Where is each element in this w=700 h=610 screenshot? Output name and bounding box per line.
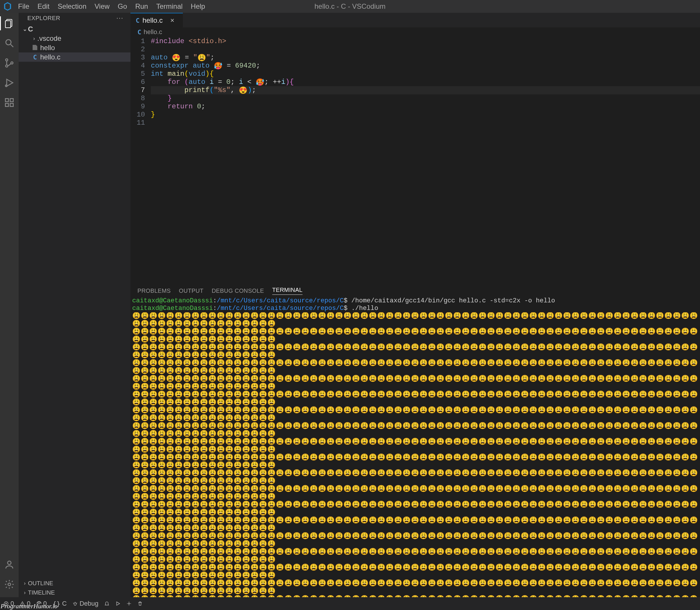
menu-terminal[interactable]: Terminal <box>152 2 186 11</box>
svg-point-14 <box>8 583 11 586</box>
outline-section[interactable]: › OUTLINE <box>19 579 130 588</box>
watermark: ProgrammerHumor.io <box>0 603 58 610</box>
source-control-icon[interactable] <box>2 56 16 70</box>
status-bar: 0 0 0 {} C Debug <box>0 597 700 610</box>
chevron-right-icon: › <box>31 35 37 42</box>
chevron-down-icon: ⌄ <box>21 26 28 32</box>
run-debug-icon[interactable] <box>2 76 16 90</box>
svg-line-3 <box>11 45 13 47</box>
extensions-icon[interactable] <box>2 96 16 110</box>
app-logo-icon <box>3 2 12 11</box>
c-file-icon: C <box>31 53 39 61</box>
tree-item-label: .vscode <box>37 34 62 43</box>
svg-point-6 <box>11 62 13 64</box>
explorer-header: EXPLORER ··· <box>19 13 130 23</box>
status-debug[interactable]: Debug <box>72 600 98 607</box>
breadcrumb-label: hello.c <box>144 28 162 36</box>
tab-label: hello.c <box>142 16 162 25</box>
panel-tabs: PROBLEMSOUTPUTDEBUG CONSOLETERMINAL <box>130 285 700 296</box>
editor-tab-hello-c[interactable]: C hello.c × <box>130 13 183 27</box>
explorer-title: EXPLORER <box>27 15 60 21</box>
svg-rect-1 <box>5 21 11 28</box>
file-icon <box>31 44 39 52</box>
menu-file[interactable]: File <box>14 2 33 11</box>
status-play-icon[interactable] <box>115 601 120 606</box>
svg-rect-11 <box>10 103 13 107</box>
svg-line-23 <box>73 603 74 604</box>
menu-view[interactable]: View <box>91 2 114 11</box>
timeline-label: TIMELINE <box>28 589 55 596</box>
explorer-more-icon[interactable]: ··· <box>116 14 124 22</box>
workspace-root[interactable]: ⌄ C <box>19 25 130 34</box>
bottom-panel: PROBLEMSOUTPUTDEBUG CONSOLETERMINAL cait… <box>130 285 700 597</box>
terminal[interactable]: caitaxd@CaetanoDasssi:/mnt/c/Users/caita… <box>130 296 700 597</box>
terminal-command: ./hello <box>352 305 378 312</box>
svg-marker-7 <box>7 79 13 86</box>
menu-edit[interactable]: Edit <box>33 2 53 11</box>
svg-point-5 <box>5 65 8 67</box>
status-bell-icon[interactable] <box>104 601 110 606</box>
terminal-cwd: /mnt/c/Users/caita/source/repos/C <box>217 297 344 304</box>
settings-gear-icon[interactable] <box>2 577 16 591</box>
svg-point-4 <box>5 59 8 61</box>
outline-label: OUTLINE <box>28 580 53 587</box>
svg-point-13 <box>7 561 11 564</box>
activity-bar <box>0 13 19 597</box>
file-tree-item[interactable]: Chello.c <box>19 52 130 62</box>
menu-run[interactable]: Run <box>131 2 152 11</box>
timeline-section[interactable]: › TIMELINE <box>19 588 130 597</box>
svg-point-26 <box>128 603 130 605</box>
breadcrumb[interactable]: C hello.c <box>130 27 700 37</box>
tree-item-label: hello <box>40 44 55 52</box>
chevron-right-icon: › <box>21 580 28 587</box>
window-title: hello.c - C - VSCodium <box>314 2 386 11</box>
file-tree-item[interactable]: hello <box>19 43 130 52</box>
file-tree-item[interactable]: ›.vscode <box>19 34 130 43</box>
terminal-cwd: /mnt/c/Users/caita/source/repos/C <box>217 305 344 312</box>
file-tree: ⌄ C ›.vscodehelloChello.c <box>19 23 130 579</box>
c-file-icon: C <box>136 17 140 24</box>
svg-line-24 <box>76 603 77 604</box>
title-bar: FileEditSelectionViewGoRunTerminalHelp h… <box>0 0 700 13</box>
c-file-icon: C <box>137 29 141 36</box>
menu-selection[interactable]: Selection <box>53 2 91 11</box>
svg-rect-12 <box>10 99 13 102</box>
status-build-icon[interactable] <box>126 601 132 606</box>
root-label: C <box>28 25 33 33</box>
search-icon[interactable] <box>2 36 16 50</box>
terminal-user: caitaxd@CaetanoDasssi <box>132 297 213 304</box>
chevron-right-icon: › <box>21 590 28 596</box>
svg-marker-25 <box>116 602 120 605</box>
editor-group: C hello.c × C hello.c 1234567891011 #inc… <box>130 13 700 597</box>
tab-bar: C hello.c × <box>130 13 700 27</box>
terminal-user: caitaxd@CaetanoDasssi <box>132 305 213 312</box>
status-trash-icon[interactable] <box>137 601 143 606</box>
menu-go[interactable]: Go <box>114 2 131 11</box>
svg-point-2 <box>6 39 11 45</box>
panel-tab-debug-console[interactable]: DEBUG CONSOLE <box>212 288 264 294</box>
panel-tab-output[interactable]: OUTPUT <box>179 288 204 294</box>
accounts-icon[interactable] <box>2 558 16 572</box>
terminal-output: 😩😩😩😩😩😩😩😩😩😩😩😩😩😩😩😩😩😩😩😩😩😩😩😩😩😩😩😩😩😩😩😩😩😩😩😩😩😩😩😩… <box>132 312 700 597</box>
svg-point-21 <box>74 603 76 605</box>
close-icon[interactable]: × <box>170 16 175 25</box>
terminal-command: /home/caitaxd/gcc14/bin/gcc hello.c -std… <box>352 297 555 304</box>
code-editor[interactable]: 1234567891011 #include <stdio.h>auto 😍 =… <box>130 37 700 285</box>
menu-help[interactable]: Help <box>186 2 209 11</box>
explorer-icon[interactable] <box>2 16 16 30</box>
panel-tab-terminal[interactable]: TERMINAL <box>272 287 303 295</box>
menu-bar: FileEditSelectionViewGoRunTerminalHelp <box>14 2 209 11</box>
svg-rect-9 <box>5 99 9 102</box>
svg-rect-10 <box>5 103 9 107</box>
tree-item-label: hello.c <box>40 53 60 61</box>
panel-tab-problems[interactable]: PROBLEMS <box>137 288 170 294</box>
explorer-sidebar: EXPLORER ··· ⌄ C ›.vscodehelloChello.c ›… <box>19 13 130 597</box>
